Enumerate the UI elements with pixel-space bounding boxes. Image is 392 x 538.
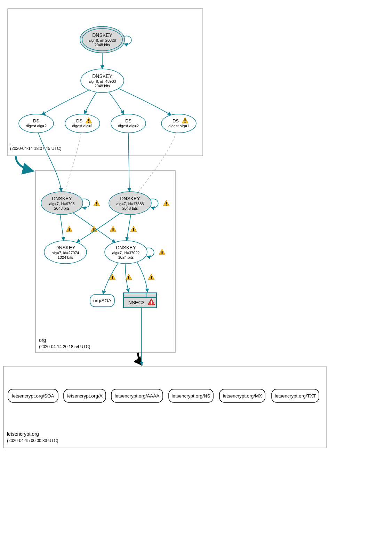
zone-root-name: .: [10, 140, 11, 145]
warning-icon: [110, 226, 116, 232]
svg-point-16: [65, 114, 100, 133]
edge-rootzsk-dsc: [109, 92, 124, 114]
svg-text:letsencrypt.org/AAAA: letsencrypt.org/AAAA: [115, 393, 159, 399]
warning-icon: [94, 200, 100, 206]
warning-icon: [148, 274, 154, 280]
node-ds-a[interactable]: DS digest alg=2: [19, 114, 54, 133]
edge-root-to-org: [16, 156, 33, 171]
edge-dsd-orgksk2: [137, 133, 176, 193]
svg-text:DNSKEY: DNSKEY: [116, 245, 136, 250]
svg-text:digest alg=1: digest alg=1: [72, 124, 93, 128]
node-le-txt[interactable]: letsencrypt.org/TXT: [272, 389, 319, 402]
node-org-zsk1[interactable]: DNSKEY alg=7, id=27074 1024 bits: [44, 241, 87, 264]
node-root-zsk[interactable]: DNSKEY alg=8, id=48903 2048 bits: [81, 69, 124, 93]
svg-text:letsencrypt.org/TXT: letsencrypt.org/TXT: [275, 393, 316, 399]
edge-dsc-orgksk2: [128, 133, 129, 192]
node-org-ksk1[interactable]: DNSKEY alg=7, id=9795 2048 bits: [41, 192, 83, 215]
svg-text:letsencrypt.org/SOA: letsencrypt.org/SOA: [12, 393, 54, 399]
svg-text:1024 bits: 1024 bits: [118, 255, 134, 259]
svg-point-22: [161, 114, 196, 133]
node-ds-d[interactable]: DS digest alg=1: [161, 114, 196, 133]
svg-text:digest alg=2: digest alg=2: [118, 124, 139, 128]
svg-text:alg=8, id=48903: alg=8, id=48903: [89, 79, 116, 83]
svg-text:2048 bits: 2048 bits: [95, 43, 110, 47]
node-le-a[interactable]: letsencrypt.org/A: [64, 389, 106, 402]
warning-icon: [66, 226, 72, 232]
warning-icon: [163, 200, 169, 206]
svg-text:alg=7, id=9795: alg=7, id=9795: [49, 202, 75, 206]
svg-rect-43: [123, 293, 157, 297]
node-ds-b[interactable]: DS digest alg=1: [65, 114, 100, 133]
svg-point-13: [19, 114, 54, 133]
edge-rootzsk-dsb: [85, 92, 97, 114]
svg-text:NSEC3: NSEC3: [128, 300, 145, 305]
warning-icon: [130, 226, 137, 232]
svg-text:DNSKEY: DNSKEY: [92, 73, 112, 79]
svg-point-19: [111, 114, 146, 133]
svg-text:letsencrypt.org/A: letsencrypt.org/A: [67, 393, 102, 399]
svg-text:DS: DS: [76, 118, 82, 123]
svg-text:alg=8, id=20326: alg=8, id=20326: [89, 38, 116, 42]
svg-text:DS: DS: [125, 118, 131, 123]
svg-text:2048 bits: 2048 bits: [122, 206, 138, 210]
warning-icon: [126, 274, 132, 280]
svg-text:1024 bits: 1024 bits: [58, 255, 73, 259]
zone-org-timestamp: (2020-04-14 20:18:54 UTC): [39, 344, 90, 349]
node-le-ns[interactable]: letsencrypt.org/NS: [169, 389, 213, 402]
svg-text:DS: DS: [173, 118, 179, 123]
svg-text:digest alg=1: digest alg=1: [168, 124, 189, 128]
svg-text:alg=7, id=37022: alg=7, id=37022: [112, 251, 140, 255]
svg-text:DS: DS: [33, 118, 39, 123]
svg-text:digest alg=2: digest alg=2: [26, 124, 47, 128]
node-le-aaaa[interactable]: letsencrypt.org/AAAA: [111, 389, 163, 402]
edge-rootzsk-dsa: [42, 90, 90, 115]
zone-le-name: letsencrypt.org: [7, 431, 39, 437]
svg-text:DNSKEY: DNSKEY: [55, 245, 75, 250]
node-le-mx[interactable]: letsencrypt.org/MX: [219, 389, 265, 402]
zone-le-timestamp: (2020-04-15 00:00:33 UTC): [7, 438, 58, 443]
edge-rootzsk-dsd: [118, 88, 171, 115]
node-nsec3[interactable]: NSEC3: [123, 293, 157, 308]
svg-text:alg=7, id=17883: alg=7, id=17883: [117, 202, 144, 206]
node-org-zsk2[interactable]: DNSKEY alg=7, id=37022 1024 bits: [105, 241, 147, 264]
svg-text:org/SOA: org/SOA: [93, 298, 111, 303]
svg-text:DNSKEY: DNSKEY: [92, 32, 112, 38]
svg-text:letsencrypt.org/MX: letsencrypt.org/MX: [223, 393, 262, 399]
edge-dsb-orgksk1: [65, 133, 81, 192]
node-org-ksk2[interactable]: DNSKEY alg=7, id=17883 2048 bits: [109, 192, 151, 215]
node-org-soa[interactable]: org/SOA: [90, 295, 114, 307]
svg-text:2048 bits: 2048 bits: [95, 84, 110, 88]
edge-orgksk2-orgzsk2: [127, 215, 131, 241]
zone-org-name: org: [39, 337, 46, 343]
warning-icon: [159, 249, 165, 255]
node-root-ksk[interactable]: DNSKEY alg=8, id=20326 2048 bits: [80, 26, 125, 53]
edge-orgzsk2-nsec3-b: [137, 262, 147, 292]
svg-text:alg=7, id=27074: alg=7, id=27074: [52, 251, 79, 255]
node-le-soa[interactable]: letsencrypt.org/SOA: [8, 389, 58, 402]
dnssec-diagram: . (2020-04-14 18:07:45 UTC) org (2020-04…: [0, 0, 392, 538]
edge-orgksk1-orgzsk1: [60, 215, 64, 241]
svg-text:DNSKEY: DNSKEY: [120, 196, 140, 201]
svg-text:DNSKEY: DNSKEY: [52, 196, 72, 201]
svg-text:letsencrypt.org/NS: letsencrypt.org/NS: [171, 393, 210, 399]
edge-dsa-orgksk1: [38, 133, 61, 192]
zone-le-box: [3, 366, 326, 448]
svg-text:2048 bits: 2048 bits: [54, 206, 70, 210]
zone-root-timestamp: (2020-04-14 18:07:45 UTC): [10, 146, 61, 151]
node-ds-c[interactable]: DS digest alg=2: [111, 114, 146, 133]
